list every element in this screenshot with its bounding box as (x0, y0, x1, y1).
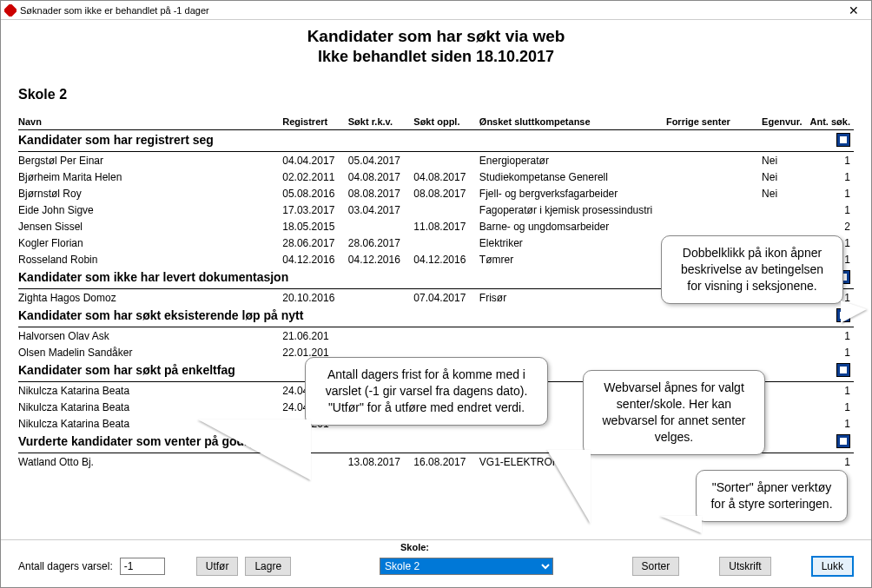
cell-reg: 18.05.2015 (282, 218, 348, 235)
cell-rkv: 04.08.2017 (348, 168, 414, 185)
callout-tail-icon (198, 420, 311, 480)
section-title: Kandidater som har registrert seg (18, 130, 808, 152)
col-ant-sok: Ant. søk. (808, 115, 854, 130)
bottom-bar: Skole: Antall dagers varsel: Utfør Lagre… (1, 539, 871, 587)
col-sokt-rkv: Søkt r.k.v. (348, 115, 414, 130)
cell-eg (762, 327, 808, 345)
cell-fs (666, 327, 762, 345)
cell-komp: Studiekompetanse Generell (479, 168, 666, 185)
section-info-icon[interactable] (836, 434, 850, 448)
table-row[interactable]: Jensen Sissel18.05.201511.08.2017Barne- … (18, 218, 854, 235)
cell-reg: 21.06.201 (282, 327, 348, 345)
cell-ant: 1 (808, 327, 854, 345)
skole-label: Skole: (400, 542, 429, 552)
cell-oppl: 08.08.2017 (413, 185, 479, 202)
cell-navn: Bjørnstøl Roy (18, 185, 282, 202)
col-egenvur: Egenvur. (762, 115, 808, 130)
lagre-button[interactable]: Lagre (245, 557, 291, 576)
table-row[interactable]: Eide John Sigve17.03.201703.04.2017Fagop… (18, 202, 854, 218)
cell-navn: Halvorsen Olav Ask (18, 327, 282, 345)
cell-ant: 1 (808, 202, 854, 218)
cell-oppl: 16.08.2017 (413, 453, 479, 471)
callout-section-icon: Dobbelklikk på ikon åpner beskrivelse av… (661, 235, 843, 304)
cell-eg (762, 415, 808, 432)
cell-rkv: 03.04.2017 (348, 202, 414, 218)
utskrift-button[interactable]: Utskrift (719, 557, 770, 576)
table-header-row: Navn Registrert Søkt r.k.v. Søkt oppl. Ø… (18, 115, 854, 130)
cell-oppl: 04.08.2017 (413, 168, 479, 185)
window-title: Søknader som ikke er behandlet på -1 dag… (20, 5, 836, 16)
cell-navn: Nikulcza Katarina Beata (18, 399, 282, 415)
svg-rect-0 (4, 4, 17, 17)
cell-ant: 1 (808, 185, 854, 202)
skole-select[interactable]: Skole 2 (380, 558, 553, 575)
cell-oppl (413, 235, 479, 251)
cell-navn: Rosseland Robin (18, 251, 282, 268)
section-info-icon[interactable] (836, 133, 850, 147)
cell-komp (479, 327, 666, 345)
cell-navn: Nikulcza Katarina Beata (18, 382, 282, 400)
window-close-button[interactable]: ✕ (836, 1, 871, 20)
cell-ant: 1 (808, 382, 854, 400)
section-info-icon-cell (808, 130, 854, 152)
section-info-icon-cell (808, 360, 854, 382)
table-row[interactable]: Halvorsen Olav Ask21.06.2011 (18, 327, 854, 345)
cell-oppl: 04.12.2016 (413, 251, 479, 268)
table-row[interactable]: Bergstøl Per Einar04.04.201705.04.2017En… (18, 152, 854, 169)
cell-ant: 1 (808, 399, 854, 415)
cell-komp: Energioperatør (479, 152, 666, 169)
col-registrert: Registrert (282, 115, 348, 130)
callout-tail-icon (841, 301, 867, 323)
section-info-icon[interactable] (836, 363, 850, 377)
cell-reg: 20.10.2016 (282, 289, 348, 307)
callout-text: Dobbelklikk på ikon åpner beskrivelse av… (681, 246, 823, 293)
col-sokt-oppl: Søkt oppl. (413, 115, 479, 130)
table-row[interactable]: Bjørheim Marita Helen02.02.201104.08.201… (18, 168, 854, 185)
cell-rkv (348, 218, 414, 235)
antall-dagers-varsel-input[interactable] (120, 558, 165, 575)
cell-ant: 1 (808, 344, 854, 360)
section-header: Kandidater som har registrert seg (18, 130, 854, 152)
cell-navn: Bergstøl Per Einar (18, 152, 282, 169)
cell-rkv: 13.08.2017 (348, 453, 414, 471)
callout-tail-icon (660, 516, 702, 533)
table-row[interactable]: Bjørnstøl Roy05.08.201608.08.201708.08.2… (18, 185, 854, 202)
cell-rkv: 05.04.2017 (348, 152, 414, 169)
cell-eg: Nei (762, 168, 808, 185)
cell-navn: Kogler Florian (18, 235, 282, 251)
cell-ant: 2 (808, 218, 854, 235)
cell-reg: 02.02.2011 (282, 168, 348, 185)
table-row[interactable]: Watland Otto Bj.13.08.201716.08.2017VG1-… (18, 453, 854, 471)
callout-sorter: "Sorter" åpner verktøy for å styre sorte… (696, 470, 848, 522)
cell-rkv: 04.12.2016 (348, 251, 414, 268)
cell-oppl (413, 152, 479, 169)
cell-eg (762, 344, 808, 360)
cell-reg: 28.06.2017 (282, 235, 348, 251)
close-icon: ✕ (849, 3, 859, 17)
cell-ant: 1 (808, 453, 854, 471)
cell-fs (666, 168, 762, 185)
section-info-icon-cell (808, 432, 854, 453)
section-header: Kandidater som har søkt eksisterende løp… (18, 306, 854, 327)
cell-komp: Frisør (479, 289, 666, 307)
page-subtitle: Ikke behandlet siden 18.10.2017 (18, 48, 854, 66)
titlebar: Søknader som ikke er behandlet på -1 dag… (1, 1, 871, 20)
cell-navn: Eide John Sigve (18, 202, 282, 218)
cell-rkv: 28.06.2017 (348, 235, 414, 251)
cell-oppl (413, 202, 479, 218)
cell-navn: Jensen Sissel (18, 218, 282, 235)
lukk-button[interactable]: Lukk (811, 556, 854, 577)
cell-eg (762, 453, 808, 471)
cell-ant: 1 (808, 168, 854, 185)
cell-navn: Olsen Madelin Sandåker (18, 344, 282, 360)
cell-rkv (348, 289, 414, 307)
cell-fs (666, 202, 762, 218)
callout-text: "Sorter" åpner verktøy for å styre sorte… (710, 480, 832, 511)
cell-oppl: 11.08.2017 (413, 218, 479, 235)
cell-fs (666, 344, 762, 360)
cell-ant: 1 (808, 415, 854, 432)
cell-fs (666, 218, 762, 235)
callout-skole-select: Webvarsel åpnes for valgt senter/skole. … (583, 370, 765, 455)
utfor-button[interactable]: Utfør (196, 557, 239, 576)
sorter-button[interactable]: Sorter (632, 557, 680, 576)
